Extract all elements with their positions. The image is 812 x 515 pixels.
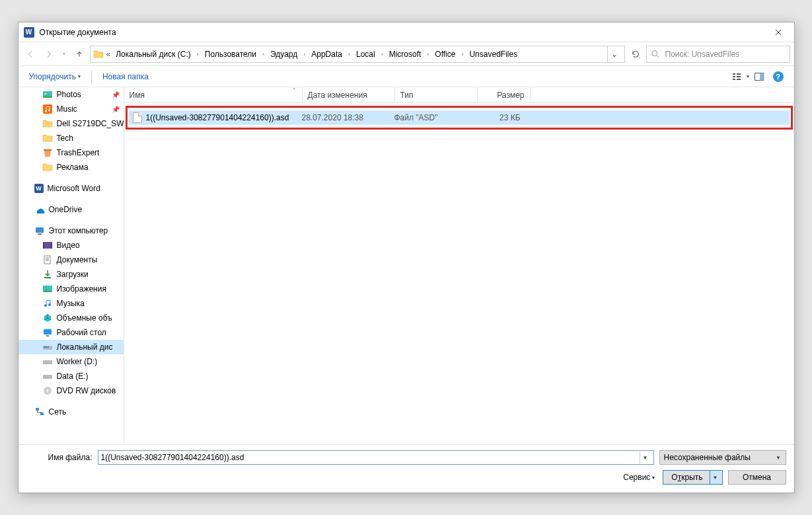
folder-icon [93,49,104,59]
dialog-footer: Имя файла: 1((Unsaved-308277901404224160… [18,444,794,493]
3d-icon [42,313,53,323]
nav-tree: Photos📌 Music📌 Dell S2719DC_SW Tech Tras… [18,87,124,444]
view-options-button[interactable] [728,69,745,85]
tree-word[interactable]: WMicrosoft Word [18,181,124,196]
dialog-title: Открытие документа [40,28,116,37]
tree-tech[interactable]: Tech [18,131,124,145]
file-size: 23 КБ [477,113,526,122]
tree-ads[interactable]: Реклама [18,160,124,175]
tree-desktop[interactable]: Рабочий стол [18,325,124,340]
open-split-dropdown[interactable]: ▼ [710,471,721,484]
path-seg-6[interactable]: Office [432,48,458,60]
address-history-dropdown[interactable]: ⌄ [607,46,622,62]
chevron-right-icon[interactable]: › [260,51,266,58]
chevron-right-icon[interactable]: › [195,51,201,58]
svg-rect-18 [43,242,44,249]
svg-rect-28 [44,346,49,348]
tree-docs[interactable]: Документы [18,253,124,267]
col-date[interactable]: Дата изменения [303,87,395,102]
file-icon [133,112,142,123]
tree-trashexpert[interactable]: TrashExpert [18,145,124,160]
path-seg-7[interactable]: UnsavedFiles [466,48,520,60]
address-bar[interactable]: « Локальный диск (C:)› Пользователи› Эду… [90,46,625,63]
tree-downloads[interactable]: Загрузки [18,267,124,282]
new-folder-button[interactable]: Новая папка [98,69,153,84]
path-seg-4[interactable]: Local [353,48,378,60]
chevron-right-icon[interactable]: › [346,51,352,58]
cancel-button[interactable]: Отмена [728,470,786,485]
svg-point-24 [48,303,51,306]
disc-icon [42,385,53,396]
tree-music[interactable]: Музыка [18,296,124,311]
svg-rect-16 [38,233,42,235]
file-name: 1((Unsaved-308277901404224160)).asd [146,113,289,122]
filename-value: 1((Unsaved-308277901404224160)).asd [101,453,640,462]
word-icon: W [34,184,44,193]
drive-icon [42,342,53,352]
drive-icon [42,371,53,381]
tree-onedrive[interactable]: OneDrive [18,202,124,217]
tree-dell[interactable]: Dell S2719DC_SW [18,116,124,131]
search-input[interactable] [664,49,786,59]
network-icon [34,407,45,417]
path-seg-5[interactable]: Microsoft [387,48,424,60]
folder-icon [42,118,53,129]
svg-rect-8 [760,73,764,80]
chevron-right-icon[interactable]: › [301,51,307,58]
path-seg-3[interactable]: AppData [309,48,345,60]
col-type[interactable]: Тип [395,87,478,102]
open-button[interactable]: Открыть ▼ [663,470,722,485]
filename-label: Имя файла: [26,453,92,462]
chevron-down-icon[interactable]: ▼ [640,452,651,463]
refresh-button[interactable] [628,46,644,62]
chevron-right-icon[interactable]: › [459,51,465,58]
nav-up-button[interactable] [71,46,87,62]
file-type-filter[interactable]: Несохраненные файлы ▼ [659,450,786,465]
path-seg-2[interactable]: Эдуард [268,48,300,60]
chevron-right-icon[interactable]: › [425,51,431,58]
chevron-down-icon[interactable]: ▼ [773,452,784,463]
svg-rect-30 [43,375,52,379]
col-size[interactable]: Размер [478,87,531,102]
close-button[interactable] [765,23,792,42]
tree-photos[interactable]: Photos📌 [18,87,124,102]
file-row[interactable]: 1((Unsaved-308277901404224160)).asd 28.0… [129,110,790,125]
nav-forward-button[interactable] [41,46,57,62]
tree-localdisk[interactable]: Локальный дис [18,340,124,354]
svg-rect-1 [733,73,735,75]
preview-pane-button[interactable] [751,69,768,85]
word-app-icon: W [24,27,34,38]
path-seg-0[interactable]: Локальный диск (C:) [113,48,194,60]
svg-rect-15 [36,227,44,233]
documents-icon [42,255,53,265]
col-name[interactable]: Имя ⌃ [124,87,303,102]
onedrive-icon [34,204,45,215]
svg-rect-4 [737,73,741,75]
tree-data[interactable]: Data (E:) [18,369,124,383]
tree-dvd[interactable]: DVD RW дисков [18,383,124,398]
filename-combobox[interactable]: 1((Unsaved-308277901404224160)).asd ▼ [98,450,654,465]
svg-rect-11 [43,104,52,114]
path-seg-1[interactable]: Пользователи [202,48,259,60]
tools-menu[interactable]: Сервис ▾ [620,471,657,483]
tree-3dobjects[interactable]: Объемные объ [18,311,124,325]
chevron-right-icon[interactable]: › [379,51,385,58]
tree-video[interactable]: Видео [18,238,124,253]
help-button[interactable]: ? [773,71,784,82]
pc-icon [34,225,45,236]
svg-point-32 [46,390,48,392]
tree-music[interactable]: Music📌 [18,102,124,116]
organize-button[interactable]: Упорядочить ▾ [25,69,85,84]
tree-worker[interactable]: Worker (D:) [18,354,124,369]
photos-icon [42,89,53,100]
title-bar: W Открытие документа [18,22,794,42]
tree-pictures[interactable]: Изображения [18,282,124,296]
nav-back-button[interactable] [22,46,38,62]
search-box[interactable] [646,46,790,63]
folder-icon [42,133,53,143]
nav-recent-dropdown[interactable]: ▾ [59,46,69,62]
svg-rect-3 [733,79,735,80]
view-dropdown-icon[interactable]: ▾ [747,73,749,79]
tree-thispc[interactable]: Этот компьютер [18,223,124,238]
tree-network[interactable]: Сеть [18,405,124,419]
